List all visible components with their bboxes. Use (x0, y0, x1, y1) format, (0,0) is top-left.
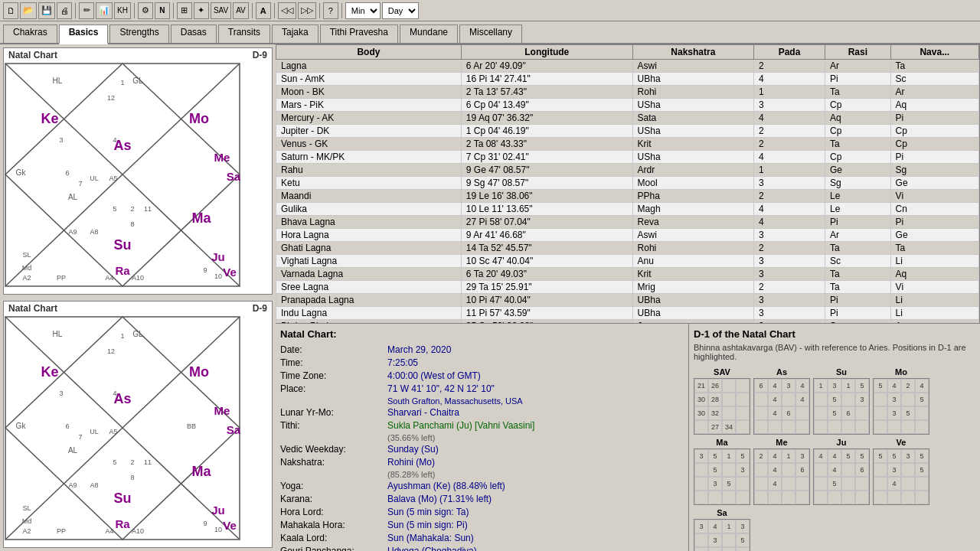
bav-cell: 2 (901, 379, 915, 393)
natal-info-row: Nakshatra:Rohini (Mo) (280, 457, 684, 468)
tab-miscellany[interactable]: Miscellany (459, 24, 522, 43)
sav-button[interactable]: SAV (211, 2, 231, 19)
a-button[interactable]: A (256, 2, 271, 19)
grid-button[interactable]: ⊞ (177, 2, 192, 19)
table-cell: 2 Ta 13' 57.43" (461, 86, 632, 99)
bav-cell: 4 (814, 449, 828, 463)
help-button[interactable]: ? (323, 2, 338, 19)
day-dropdown[interactable]: Day (382, 2, 419, 19)
bav-cell (722, 547, 736, 551)
table-cell: Ar (825, 60, 891, 73)
natal-label: Place: (280, 383, 387, 394)
table-cell: Cp (890, 125, 978, 138)
next-button[interactable]: ▷▷ (298, 2, 316, 19)
print-button[interactable]: 🖨 (57, 2, 72, 19)
bav-cell: 5 (828, 406, 841, 420)
tab-tithi[interactable]: Tithi Pravesha (320, 24, 398, 43)
bav-cell (694, 477, 708, 491)
table-row: Gulika10 Le 11' 13.65"Magh4LeCn (276, 203, 979, 216)
bav-cell (768, 420, 782, 434)
svg-text:A5: A5 (109, 428, 117, 435)
table-cell: 4 (754, 216, 825, 229)
table-cell: Sc (890, 73, 978, 86)
table-cell: 2 (754, 242, 825, 255)
bav-planet-label: Su (836, 367, 847, 377)
av-button[interactable]: AV (233, 2, 249, 19)
natal-value: Sun (Mahakala: Sun) (387, 533, 474, 543)
svg-text:PP: PP (57, 527, 66, 535)
bav-cell (874, 420, 887, 434)
natal-label: Tithi: (280, 420, 387, 431)
bav-cell (768, 491, 782, 504)
svg-text:5: 5 (113, 458, 116, 466)
bav-cell: 5 (901, 406, 915, 420)
bav-cell: 6 (754, 379, 768, 393)
tab-basics[interactable]: Basics (59, 24, 109, 44)
bav-cell (754, 491, 768, 504)
bav-cell: 3 (782, 379, 795, 393)
top-chart-header: Natal Chart D-9 (4, 48, 272, 62)
table-cell: Magh (632, 203, 753, 216)
open-button[interactable]: 📂 (20, 2, 37, 19)
kh-button[interactable]: KH (114, 2, 131, 19)
n-button[interactable]: N (155, 2, 170, 19)
tab-mundane[interactable]: Mundane (400, 24, 458, 43)
bav-cell (841, 420, 855, 434)
table-cell: 27 Pi 58' 07.04" (461, 216, 632, 229)
table-cell: 4 (754, 112, 825, 125)
bav-cell: 3 (855, 393, 869, 406)
bav-cell (736, 406, 750, 420)
bav-cell: 4 (795, 393, 809, 406)
natal-info-row: Gouri Panchanga:Udyoga (Choghadiya) (280, 546, 684, 551)
svg-text:Ju: Ju (211, 250, 225, 263)
svg-text:Ma: Ma (191, 210, 211, 226)
bav-planet-item: Su13155356 (813, 367, 870, 435)
bav-cell (901, 393, 915, 406)
bav-cell (855, 406, 869, 420)
bav-cell (855, 420, 869, 434)
natal-label: Vedic Weekday: (280, 444, 387, 455)
natal-info-row: Place:71 W 41' 10", 42 N 12' 10" (280, 383, 684, 394)
table-cell: UBha (632, 307, 753, 320)
settings-button[interactable]: ⚙ (138, 2, 153, 19)
top-chart-title: Natal Chart (8, 50, 57, 60)
svg-text:UL: UL (90, 174, 99, 182)
table-cell: Vi (890, 190, 978, 203)
bottom-section: Natal Chart: Date:March 29, 2020Time:7:2… (276, 323, 980, 551)
table-cell: Li (890, 307, 978, 320)
edit-button[interactable]: ✏ (79, 2, 94, 19)
save-button[interactable]: 💾 (38, 2, 55, 19)
chart-button[interactable]: 📊 (96, 2, 113, 19)
natal-info-panel: Natal Chart: Date:March 29, 2020Time:7:2… (276, 323, 689, 551)
tab-chakras[interactable]: Chakras (3, 24, 57, 43)
svg-text:As: As (113, 391, 131, 406)
bav-cell (874, 406, 887, 420)
new-button[interactable]: 🗋 (3, 2, 18, 19)
svg-text:3: 3 (59, 136, 63, 144)
bav-planet-label: Ve (897, 438, 906, 447)
prev-button[interactable]: ◁◁ (278, 2, 296, 19)
min-dropdown[interactable]: Min (345, 2, 381, 19)
bav-grid: 4455465 (813, 448, 870, 505)
bav-planet-label: SAV (714, 367, 730, 377)
table-cell: 4 (754, 73, 825, 86)
bav-cell: 6 (855, 463, 869, 477)
tab-dasas[interactable]: Dasas (171, 24, 217, 43)
table-cell: 16 Pi 14' 27.41" (461, 73, 632, 86)
bav-cell: 5 (915, 449, 929, 463)
bav-planet-label: Ma (716, 438, 727, 447)
bav-cell: 3 (901, 449, 915, 463)
natal-info-row: Mahakala Hora:Sun (5 min sign: Pi) (280, 520, 684, 530)
tab-strengths[interactable]: Strengths (109, 24, 168, 43)
bav-cell: 27 (708, 420, 722, 434)
star-button[interactable]: ✦ (194, 2, 209, 19)
tab-tajaka[interactable]: Tajaka (272, 24, 318, 43)
table-cell: Mrig (632, 281, 753, 294)
table-cell: 2 (754, 281, 825, 294)
table-cell: 6 Cp 04' 13.49" (461, 99, 632, 112)
bav-cell (828, 420, 841, 434)
bav-grids: SAV2126302830322734As64344446Su13155356M… (694, 367, 975, 551)
main-content: Natal Chart D-9 1 12 HL (0, 44, 980, 551)
planet-table-container[interactable]: Body Longitude Nakshatra Pada Rasi Nava.… (276, 44, 980, 323)
tab-transits[interactable]: Transits (218, 24, 270, 43)
